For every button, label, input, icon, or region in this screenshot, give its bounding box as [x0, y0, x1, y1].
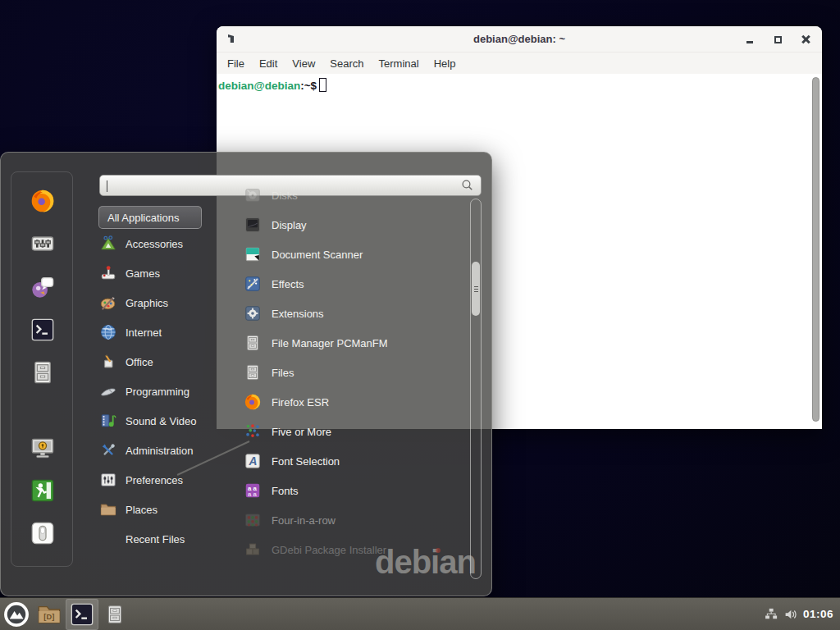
start-menu-icon	[3, 601, 30, 628]
terminal-icon	[30, 317, 56, 343]
category-internet[interactable]: Internet	[94, 317, 217, 347]
favorite-terminal[interactable]	[28, 315, 57, 345]
category-places[interactable]: Places	[94, 495, 217, 524]
sound-video-icon	[99, 412, 117, 430]
effects-icon	[244, 275, 262, 293]
maximize-button[interactable]	[771, 33, 784, 46]
app-gdebi-package-installer[interactable]: GDebi Package Installer	[221, 535, 467, 564]
accessories-icon	[99, 235, 117, 253]
applications-scrollbar[interactable]	[470, 199, 482, 579]
app-files[interactable]: Files	[221, 358, 467, 387]
favorites-column	[11, 171, 73, 567]
favorite-file-manager[interactable]	[28, 358, 57, 387]
graphics-icon	[99, 294, 117, 312]
menu-view[interactable]: View	[285, 55, 322, 72]
scrollbar-thumb[interactable]	[472, 262, 480, 316]
clock[interactable]: 01:06	[803, 608, 833, 620]
office-icon	[99, 353, 117, 371]
menu-file[interactable]: File	[220, 55, 252, 72]
app-file-manager-pcmanfm[interactable]: File Manager PCManFM	[221, 328, 467, 358]
prompt-suffix: :~$	[300, 80, 317, 92]
category-sound-video[interactable]: Sound & Video	[94, 406, 217, 436]
programming-icon	[99, 382, 117, 400]
file-cabinet-icon	[30, 359, 56, 386]
app-effects[interactable]: Effects	[221, 269, 467, 299]
app-firefox-esr[interactable]: Firefox ESR	[221, 387, 467, 417]
category-programming[interactable]: Programming	[94, 377, 217, 406]
lock-screen-button[interactable]	[28, 433, 57, 463]
taskbar-terminal-active[interactable]	[66, 599, 98, 630]
document-scanner-icon	[244, 245, 262, 263]
window-title: debian@debian: ~	[473, 33, 565, 45]
control-center-icon	[30, 231, 56, 257]
app-font-selection[interactable]: Font Selection	[221, 446, 467, 476]
shut-down-button[interactable]	[28, 518, 57, 548]
app-display[interactable]: Display	[221, 210, 467, 240]
extensions-icon	[244, 304, 262, 322]
desktop: debian@debian: ~ File Edit View Search T…	[0, 0, 840, 630]
category-preferences[interactable]: Preferences	[94, 465, 217, 495]
terminal-scrollbar[interactable]	[812, 77, 819, 422]
applications-list: Disks Display Document Scanner Effects E…	[221, 180, 467, 579]
category-office[interactable]: Office	[94, 347, 217, 377]
favorite-firefox[interactable]	[28, 186, 57, 216]
minimize-icon	[746, 41, 753, 43]
preferences-icon	[99, 471, 117, 489]
app-fonts[interactable]: Fonts	[221, 476, 467, 505]
taskbar: 01:06	[0, 597, 840, 630]
app-disks[interactable]: Disks	[221, 180, 467, 210]
font-selection-icon	[244, 452, 262, 470]
fonts-icon	[244, 482, 262, 500]
log-out-button[interactable]	[28, 476, 57, 505]
display-icon	[244, 216, 262, 234]
lock-screen-icon	[30, 435, 56, 461]
minimize-button[interactable]	[743, 33, 756, 46]
games-icon	[99, 264, 117, 282]
taskbar-files[interactable]	[98, 599, 131, 630]
category-games[interactable]: Games	[94, 258, 217, 288]
menu-terminal[interactable]: Terminal	[372, 55, 427, 72]
close-button[interactable]	[799, 33, 812, 46]
category-accessories[interactable]: Accessories	[94, 229, 217, 258]
app-four-in-a-row[interactable]: Four-in-a-row	[221, 505, 467, 535]
firefox-icon	[244, 393, 262, 411]
file-cabinet-icon	[244, 334, 262, 352]
places-icon	[99, 500, 117, 518]
menu-help[interactable]: Help	[427, 55, 463, 72]
app-extensions[interactable]: Extensions	[221, 299, 467, 328]
taskbar-file-manager[interactable]	[33, 599, 66, 630]
file-cabinet-icon	[104, 604, 126, 625]
category-recent-files[interactable]: Recent Files	[94, 524, 217, 554]
shut-down-icon	[30, 520, 56, 546]
application-menu: All Applications Accessories Games Graph…	[0, 152, 492, 596]
close-icon	[801, 35, 810, 43]
app-five-or-more[interactable]: Five or More	[221, 417, 467, 446]
log-out-icon	[30, 477, 56, 504]
folder-icon	[36, 601, 62, 628]
menu-search[interactable]: Search	[322, 55, 371, 72]
four-in-a-row-icon	[244, 511, 262, 529]
categories-column: All Applications Accessories Games Graph…	[94, 206, 217, 554]
window-icon	[228, 34, 234, 43]
category-graphics[interactable]: Graphics	[94, 288, 217, 317]
file-cabinet-icon	[244, 363, 262, 381]
favorite-control-center[interactable]	[28, 229, 57, 258]
disks-icon	[244, 186, 262, 204]
favorite-pidgin[interactable]	[28, 272, 57, 302]
text-caret	[107, 180, 107, 192]
pidgin-icon	[30, 274, 56, 300]
terminal-menubar: File Edit View Search Terminal Help	[217, 52, 822, 74]
category-administration[interactable]: Administration	[94, 436, 217, 465]
internet-icon	[99, 323, 117, 341]
terminal-cursor	[319, 78, 326, 92]
maximize-icon	[774, 36, 782, 43]
start-menu-button[interactable]	[0, 599, 33, 630]
terminal-titlebar[interactable]: debian@debian: ~	[217, 26, 822, 52]
network-icon[interactable]	[764, 607, 778, 622]
terminal-icon	[69, 601, 95, 628]
app-document-scanner[interactable]: Document Scanner	[221, 240, 467, 269]
menu-edit[interactable]: Edit	[252, 55, 285, 72]
category-all-applications[interactable]: All Applications	[98, 206, 202, 229]
administration-icon	[99, 441, 117, 459]
volume-icon[interactable]	[783, 607, 798, 622]
